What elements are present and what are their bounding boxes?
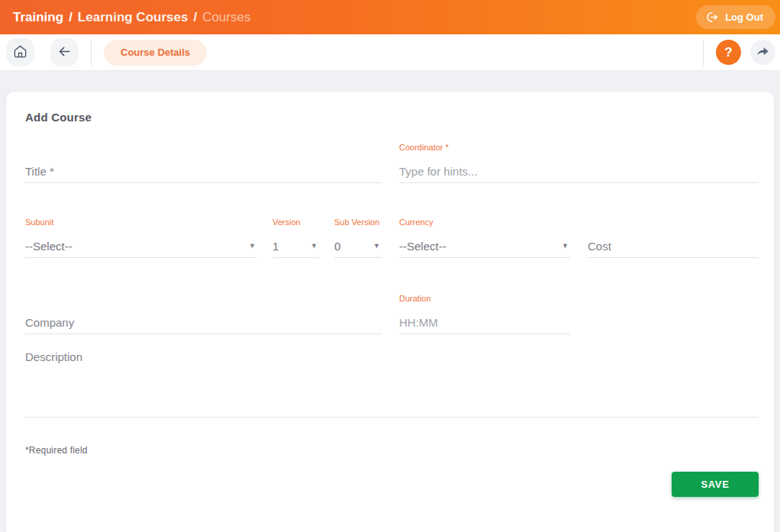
back-button[interactable] (50, 38, 79, 66)
logout-label: Log Out (725, 11, 763, 23)
breadcrumb-courses: Courses (202, 10, 250, 25)
currency-select[interactable]: --Select-- ▼ (399, 234, 570, 257)
company-field (25, 292, 382, 334)
app-window: Training / Learning Courses / Courses Lo… (0, 0, 780, 532)
coordinator-label: Coordinator * (399, 143, 759, 153)
toolbar: Course Details ? (0, 34, 780, 71)
chevron-down-icon: ▼ (249, 242, 257, 250)
add-course-card: Add Course Coordinator * Subunit --S (6, 92, 774, 532)
chevron-down-icon: ▼ (373, 242, 382, 250)
subunit-select[interactable]: --Select-- ▼ (25, 234, 257, 257)
duration-field: Duration (399, 292, 570, 334)
subunit-value: --Select-- (25, 240, 249, 253)
duration-input[interactable] (399, 311, 570, 334)
currency-value: --Select-- (399, 240, 562, 253)
chevron-down-icon: ▼ (562, 242, 570, 250)
sub-version-value: 0 (334, 240, 373, 253)
duration-label: Duration (399, 294, 570, 304)
forward-arrow-icon (756, 44, 770, 61)
main-content-area: Add Course Coordinator * Subunit --S (0, 71, 780, 532)
help-button[interactable]: ? (716, 40, 741, 65)
question-mark-icon: ? (724, 45, 732, 60)
cost-field (588, 215, 759, 258)
logout-icon (706, 11, 719, 24)
currency-label: Currency (399, 218, 570, 227)
save-button[interactable]: SAVE (672, 472, 759, 497)
currency-field: Currency --Select-- ▼ (399, 215, 570, 258)
sub-version-field: Sub Version 0 ▼ (334, 215, 382, 258)
form-row-2-left: Subunit --Select-- ▼ Version 1 ▼ (25, 215, 382, 258)
form-row-3: Duration (25, 292, 759, 334)
subunit-label: Subunit (25, 218, 257, 227)
version-label: Version (272, 218, 319, 227)
home-icon (13, 44, 27, 61)
breadcrumb-separator: / (69, 10, 73, 25)
logout-button[interactable]: Log Out (696, 5, 775, 29)
description-field (25, 350, 759, 418)
subunit-field: Subunit --Select-- ▼ (25, 215, 257, 258)
toolbar-divider (91, 39, 92, 66)
form-row-2-right: Currency --Select-- ▼ (399, 215, 759, 258)
version-value: 1 (272, 240, 311, 253)
form-row-3-right: Duration (399, 292, 759, 334)
share-button[interactable] (750, 40, 775, 65)
top-header-bar: Training / Learning Courses / Courses Lo… (0, 0, 780, 34)
breadcrumb-separator: / (193, 10, 197, 25)
breadcrumb-learning-courses[interactable]: Learning Courses (78, 10, 189, 25)
save-row: SAVE (25, 472, 759, 497)
title-input[interactable] (25, 160, 382, 182)
version-field: Version 1 ▼ (272, 215, 319, 258)
company-input[interactable] (25, 311, 382, 334)
description-row (25, 350, 759, 418)
required-field-note: *Required field (25, 445, 759, 456)
version-select[interactable]: 1 ▼ (272, 234, 319, 257)
chevron-down-icon: ▼ (311, 242, 319, 250)
page-title: Add Course (25, 111, 759, 124)
coordinator-field: Coordinator * (399, 140, 759, 183)
description-input[interactable] (25, 350, 759, 414)
form-row-1: Coordinator * (25, 140, 759, 183)
sub-version-select[interactable]: 0 ▼ (334, 234, 382, 257)
form-row-2: Subunit --Select-- ▼ Version 1 ▼ (25, 215, 759, 258)
sub-version-label: Sub Version (334, 218, 382, 227)
back-arrow-icon (57, 44, 72, 61)
toolbar-divider-right (703, 39, 704, 66)
home-button[interactable] (6, 38, 34, 66)
breadcrumb-training[interactable]: Training (13, 10, 63, 25)
breadcrumb: Training / Learning Courses / Courses (13, 10, 250, 25)
title-field (25, 140, 382, 183)
cost-input[interactable] (588, 234, 759, 257)
course-details-tab[interactable]: Course Details (104, 40, 207, 66)
coordinator-input[interactable] (399, 160, 759, 182)
